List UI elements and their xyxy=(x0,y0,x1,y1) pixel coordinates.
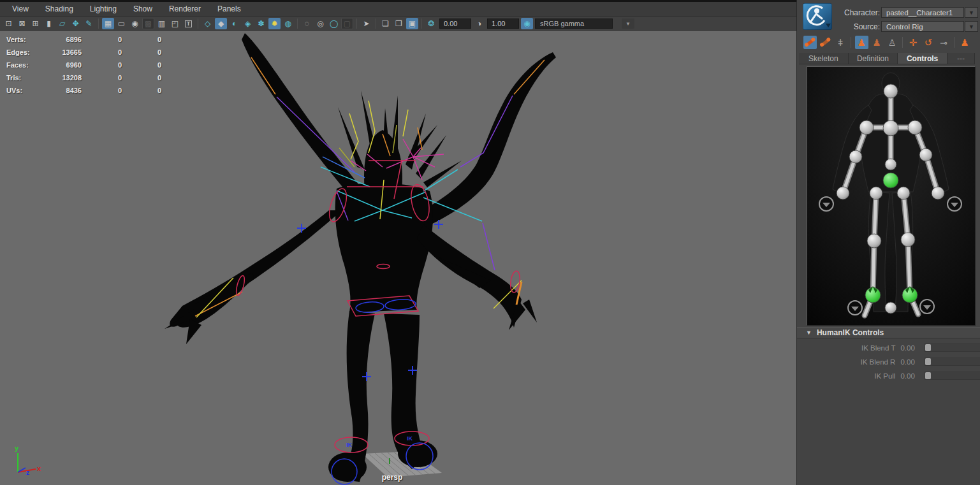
slider-track[interactable] xyxy=(925,358,980,366)
slider-track[interactable] xyxy=(925,372,980,380)
depth-of-field-icon[interactable]: ▢ xyxy=(341,18,353,29)
motion-blur-icon[interactable]: ◎ xyxy=(314,18,326,29)
shadows-icon[interactable]: ◍ xyxy=(282,18,294,29)
isolate-select-icon[interactable]: ➤ xyxy=(360,18,372,29)
snapshot-icon[interactable]: ▣ xyxy=(406,18,418,29)
right-hand-expand-button[interactable] xyxy=(947,197,962,211)
picker-effector-left-ankle[interactable] xyxy=(865,287,881,303)
character-dropdown-arrow[interactable]: ▼ xyxy=(965,7,978,18)
picker-joint-right-shoulder[interactable] xyxy=(908,120,922,134)
gamma-field[interactable]: 1.00 xyxy=(487,18,519,29)
picker-joint-right-knee[interactable] xyxy=(901,233,915,247)
exposure-icon[interactable]: ❂ xyxy=(425,18,437,29)
left-hand-expand-button[interactable] xyxy=(819,197,833,211)
exposure-field[interactable]: 0.00 xyxy=(439,18,471,29)
picker-joint-head[interactable] xyxy=(884,84,898,98)
humanik-logo-icon[interactable] xyxy=(803,3,832,30)
pin-translate-icon[interactable]: ✛ xyxy=(907,36,920,49)
occlusion-icon[interactable]: ◌ xyxy=(301,18,313,29)
use-default-material-icon[interactable]: ◈ xyxy=(242,18,254,29)
xray-icon[interactable]: ✽ xyxy=(255,18,267,29)
humanik-controls-section-header[interactable]: ▼ HumanIK Controls xyxy=(797,327,980,338)
menu-panels[interactable]: Panels xyxy=(209,3,249,15)
add-joints-icon[interactable] xyxy=(803,36,817,49)
pin-off-icon[interactable]: ⊸ xyxy=(937,36,951,49)
slider-value-field[interactable]: 0.00 xyxy=(900,344,925,352)
textured-icon[interactable]: ◐ xyxy=(228,18,240,29)
slider-handle[interactable] xyxy=(925,358,931,365)
color-management-icon[interactable]: ◉ xyxy=(521,18,533,29)
slider-handle[interactable] xyxy=(925,372,931,379)
body-part-mode-icon[interactable]: ♟ xyxy=(870,36,884,49)
tab-definition[interactable]: Definition xyxy=(849,53,898,64)
pan-zoom-icon[interactable]: ✥ xyxy=(69,18,82,29)
picker-effector-right-ankle[interactable] xyxy=(902,287,918,303)
film-gate-icon[interactable]: ▭ xyxy=(115,18,128,29)
left-foot-expand-button[interactable] xyxy=(848,301,862,315)
picker-joint-chest[interactable] xyxy=(883,120,898,136)
resolution-gate-icon[interactable]: ◉ xyxy=(129,18,141,29)
layer-over-icon[interactable]: ❐ xyxy=(393,18,405,29)
menu-view[interactable]: View xyxy=(4,3,37,15)
view-transform-combo[interactable]: sRGB gamma xyxy=(535,18,613,29)
slider-handle[interactable] xyxy=(925,344,931,351)
lighting-icon[interactable]: ✹ xyxy=(268,18,281,29)
character-label: Character: xyxy=(833,8,880,17)
perspective-viewport[interactable]: IK IK Verts:689600Edges:1366500Faces:696… xyxy=(0,31,796,485)
grease-pencil-icon[interactable]: ✎ xyxy=(83,18,95,29)
contrast-icon[interactable]: ◑ xyxy=(473,18,485,29)
source-dropdown[interactable]: Control Rig xyxy=(881,21,964,32)
mirror-joints-icon[interactable] xyxy=(819,36,832,49)
character-dropdown[interactable]: pasted__Character1 xyxy=(881,7,964,18)
menu-lighting[interactable]: Lighting xyxy=(82,3,125,15)
picker-joint-abdomen[interactable] xyxy=(885,159,896,170)
smooth-shade-icon[interactable]: ◆ xyxy=(215,18,227,29)
skeleton-icon[interactable]: ǂ xyxy=(834,36,847,49)
picker-joint-left-shoulder[interactable] xyxy=(859,120,874,134)
picker-joint-right-hip[interactable] xyxy=(897,187,910,199)
layer-front-icon[interactable]: ❏ xyxy=(379,18,391,29)
tab-skeleton[interactable]: Skeleton xyxy=(799,53,849,64)
tab-[interactable]: --- xyxy=(947,53,975,64)
safe-action-icon[interactable]: ◰ xyxy=(169,18,181,29)
lock-camera-icon[interactable]: ⊠ xyxy=(16,18,28,29)
camera-attributes-icon[interactable]: ⊞ xyxy=(29,18,41,29)
picker-joint-left-hip[interactable] xyxy=(870,187,882,199)
source-dropdown-arrow[interactable]: ▼ xyxy=(965,21,978,32)
picker-joint-left-hand[interactable] xyxy=(837,187,849,199)
view-transform-arrow[interactable]: ▼ xyxy=(622,18,634,29)
heads-up-display: Verts:689600Edges:1366500Faces:696000Tri… xyxy=(6,33,161,97)
picker-joint-right-elbow[interactable] xyxy=(919,148,932,161)
field-chart-icon[interactable]: ▥ xyxy=(156,18,168,29)
slider-value-field[interactable]: 0.00 xyxy=(900,358,925,366)
slider-track[interactable] xyxy=(925,344,980,352)
antialias-icon[interactable]: ◯ xyxy=(328,18,340,29)
menu-renderer[interactable]: Renderer xyxy=(161,3,209,15)
picker-joint-left-knee[interactable] xyxy=(867,234,881,248)
grid-icon[interactable]: ▦ xyxy=(102,18,114,29)
slider-label: IK Blend T xyxy=(797,344,895,352)
toolbar-separator xyxy=(297,18,298,29)
picker-joint-right-hand[interactable] xyxy=(932,187,944,199)
full-body-mode-icon[interactable]: ♟ xyxy=(855,36,868,49)
image-plane-icon[interactable]: ▱ xyxy=(56,18,68,29)
pin-rotate-icon[interactable]: ↺ xyxy=(922,36,935,49)
menu-shading[interactable]: Shading xyxy=(37,3,82,15)
hud-stat-value: 6896 xyxy=(46,36,82,43)
hud-stat-row: UVs:843600 xyxy=(6,84,161,97)
stance-pose-icon[interactable]: ♟ xyxy=(958,36,972,49)
picker-joint-root[interactable] xyxy=(885,302,896,314)
hud-stat-value: 0 xyxy=(122,87,161,94)
bookmark-icon[interactable]: ▮ xyxy=(43,18,55,29)
slider-value-field[interactable]: 0.00 xyxy=(900,372,925,380)
picker-effector-hips[interactable] xyxy=(883,173,898,188)
selection-mode-icon[interactable]: ♙ xyxy=(886,36,899,49)
select-camera-icon[interactable]: ⊡ xyxy=(3,18,15,29)
wireframe-icon[interactable]: ◇ xyxy=(201,18,214,29)
tab-controls[interactable]: Controls xyxy=(898,53,947,64)
gate-mask-icon[interactable]: ▩ xyxy=(142,18,154,29)
menu-show[interactable]: Show xyxy=(125,3,161,15)
safe-title-icon[interactable]: T xyxy=(182,18,194,29)
right-foot-expand-button[interactable] xyxy=(920,300,934,314)
picker-joint-left-elbow[interactable] xyxy=(849,150,862,163)
